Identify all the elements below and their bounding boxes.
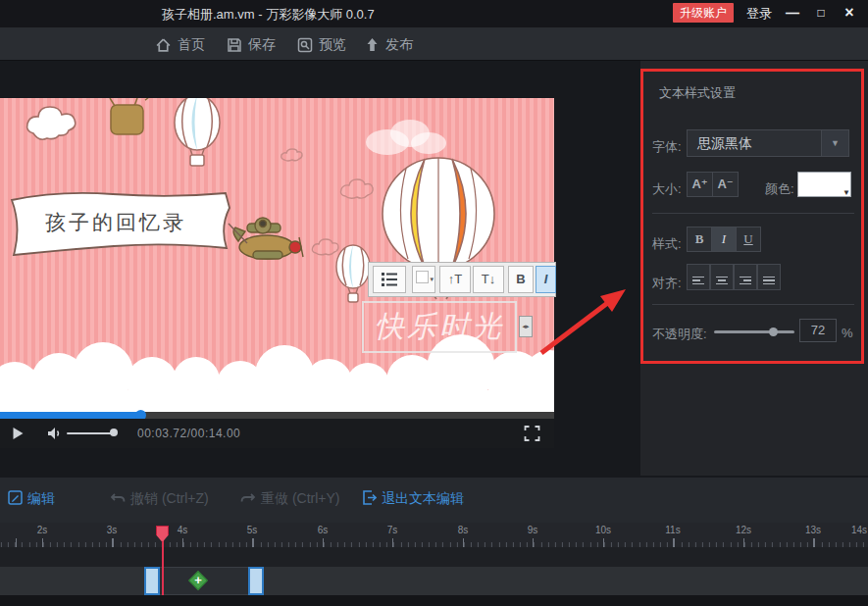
balloon-blue: [175, 98, 220, 166]
ruler-label: 10s: [589, 525, 617, 535]
ruler-label: 7s: [379, 525, 406, 535]
underline-style-button[interactable]: U: [736, 227, 761, 252]
color-swatch: [416, 271, 429, 283]
redo-button[interactable]: 重做 (Ctrl+Y): [240, 490, 340, 508]
align-right-button[interactable]: [734, 264, 757, 290]
ruler-label: 12s: [730, 525, 757, 535]
color-label: 颜色:: [765, 180, 794, 198]
preview-button[interactable]: 预览: [297, 35, 346, 55]
stage-text-box[interactable]: 快乐时光: [362, 301, 517, 353]
ruler-label: 13s: [799, 525, 827, 535]
window-title: 孩子相册.am.vm - 万彩影像大师 0.0.7: [162, 6, 375, 24]
opacity-slider[interactable]: [714, 330, 794, 333]
app-window: 孩子相册.am.vm - 万彩影像大师 0.0.7 升级账户 登录 — □ × …: [0, 0, 868, 606]
text-color-dropdown[interactable]: ▾: [412, 266, 435, 293]
align-right-icon: [740, 275, 751, 287]
minimize-button[interactable]: —: [784, 4, 801, 22]
undo-button[interactable]: 撤销 (Ctrl+Z): [110, 490, 209, 508]
align-left-icon: [692, 275, 704, 287]
clip-right-handle[interactable]: [248, 567, 264, 595]
italic-style-button[interactable]: I: [711, 227, 737, 252]
cloud-translucent: [366, 120, 446, 155]
ruler-label: 11s: [659, 525, 687, 535]
video-progress-fill: [0, 412, 140, 419]
upgrade-account-button[interactable]: 升级账户: [673, 3, 734, 23]
undo-label: 撤销 (Ctrl+Z): [130, 490, 209, 508]
style-label: 样式:: [652, 235, 682, 253]
align-center-button[interactable]: [710, 264, 734, 290]
plus-icon: +: [189, 572, 207, 589]
preview-label: 预览: [319, 36, 346, 54]
panel-divider: [652, 304, 854, 305]
redo-icon: [240, 491, 256, 508]
font-size-increase-button[interactable]: A⁺: [687, 172, 713, 197]
opacity-value-input[interactable]: 72: [799, 319, 837, 342]
bullet-list-button[interactable]: [373, 266, 406, 293]
edit-label: 编辑: [27, 490, 55, 508]
play-button[interactable]: [12, 427, 25, 444]
timeline-track[interactable]: [0, 567, 868, 595]
font-label: 字体:: [652, 138, 682, 156]
bold-style-button[interactable]: B: [687, 227, 712, 252]
opacity-slider-thumb[interactable]: [769, 328, 778, 336]
save-button[interactable]: 保存: [227, 35, 276, 55]
font-family-dropdown[interactable]: 思源黑体 ▼: [687, 129, 849, 157]
font-size-up-button[interactable]: ↑T: [439, 266, 471, 293]
align-label: 对齐:: [652, 275, 682, 292]
ruler-label: 4s: [169, 525, 196, 535]
font-size-decrease-button[interactable]: A⁻: [712, 172, 739, 197]
redo-label: 重做 (Ctrl+Y): [261, 490, 340, 508]
volume-icon[interactable]: [47, 427, 62, 444]
chevron-down-icon[interactable]: ▼: [821, 130, 848, 156]
save-label: 保存: [248, 36, 276, 54]
align-left-button[interactable]: [687, 264, 710, 290]
login-button[interactable]: 登录: [746, 5, 772, 23]
publish-button[interactable]: 发布: [365, 35, 413, 55]
font-color-picker[interactable]: ▼: [797, 172, 851, 197]
preview-icon: [297, 37, 313, 53]
exit-text-edit-button[interactable]: 退出文本编辑: [362, 490, 464, 508]
video-preview-stage[interactable]: 孩子的回忆录: [0, 98, 554, 412]
opacity-unit: %: [842, 326, 853, 340]
publish-label: 发布: [385, 36, 413, 54]
volume-slider[interactable]: [67, 432, 114, 434]
home-icon: [155, 37, 172, 54]
plane: [233, 218, 303, 259]
opacity-label: 不透明度:: [652, 326, 707, 343]
annotation-red-arrow: [530, 275, 638, 363]
title-bar: 孩子相册.am.vm - 万彩影像大师 0.0.7 升级账户 登录 — □ ×: [0, 0, 868, 27]
playback-time: 00:03.72/00:14.00: [137, 427, 240, 440]
font-size-down-button[interactable]: T↓: [473, 266, 504, 293]
ruler-label: 9s: [519, 525, 546, 535]
ruler-label: 14s: [851, 525, 868, 535]
ruler-label: 6s: [309, 525, 336, 535]
align-justify-icon: [763, 275, 775, 287]
fullscreen-button[interactable]: [524, 426, 540, 445]
home-label: 首页: [178, 36, 205, 54]
panel-divider: [652, 213, 854, 214]
keyframe-marker[interactable]: +: [189, 572, 207, 589]
align-center-icon: [716, 275, 728, 287]
main-toolbar: 首页 保存 预览 发布: [0, 27, 868, 61]
edit-button[interactable]: 编辑: [8, 490, 55, 508]
close-button[interactable]: ×: [841, 4, 858, 22]
player-control-bar: 00:03.72/00:14.00: [0, 419, 554, 448]
banner-text-svg: 孩子的回忆录: [45, 211, 186, 233]
ruler-label: 8s: [449, 525, 477, 535]
volume-slider-thumb[interactable]: [110, 429, 118, 436]
maximize-button[interactable]: □: [812, 4, 830, 22]
video-progress-bar[interactable]: [0, 412, 554, 419]
text-edit-toolbar: ▾ ↑T T↓ B I: [368, 262, 556, 297]
chevron-down-icon: ▾: [430, 267, 434, 292]
exit-text-edit-label: 退出文本编辑: [382, 490, 464, 508]
ruler-label: 2s: [28, 525, 56, 535]
chevron-down-icon: ▼: [842, 188, 850, 197]
align-justify-button[interactable]: [757, 264, 781, 290]
ruler-label: 3s: [98, 525, 126, 535]
home-button[interactable]: 首页: [155, 35, 205, 55]
timeline-track-area: +: [0, 547, 868, 606]
clip-left-handle[interactable]: [144, 567, 160, 595]
timeline-ruler[interactable]: 2s 3s 4s 5s 6s 7s 8s 9s 10s 11s 12s 13s …: [0, 523, 868, 547]
text-style-panel: 文本样式设置 字体: 思源黑体 ▼ 大小: A⁺ A⁻ 颜色: ▼ 样式: B …: [640, 61, 868, 476]
cloud-outline-topleft: [27, 107, 76, 139]
